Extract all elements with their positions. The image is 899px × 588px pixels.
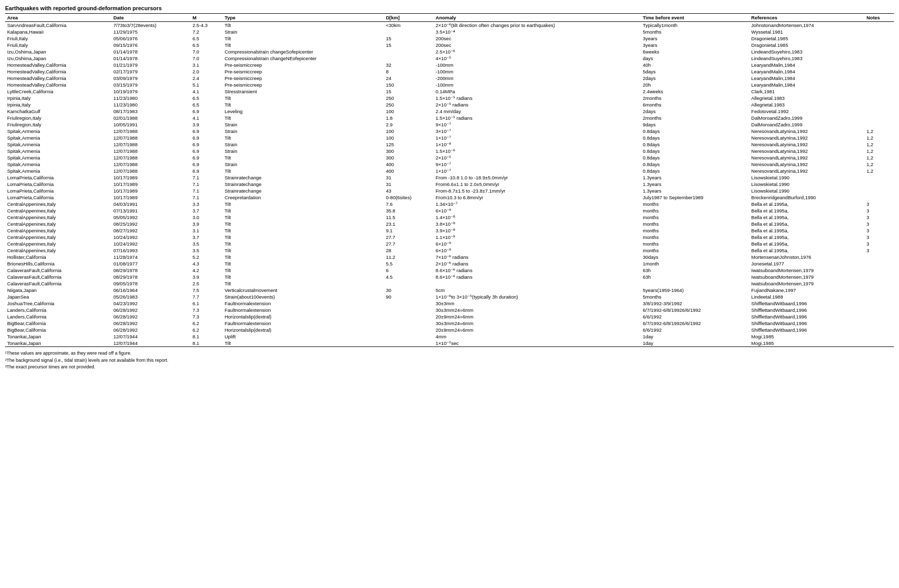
- table-cell: [384, 327, 434, 333]
- table-cell: 6.2: [191, 327, 223, 333]
- table-cell: 6.9: [191, 154, 223, 161]
- table-cell: Verticalcrustalmovement: [223, 287, 384, 293]
- table-cell: Creepretardation: [223, 194, 384, 201]
- table-cell: [864, 307, 894, 313]
- table-cell: 12/07/1988: [111, 168, 190, 174]
- table-cell: [864, 174, 894, 181]
- table-cell: [864, 333, 894, 340]
- table-cell: 5.5: [384, 260, 434, 267]
- table-cell: Bella et al.1995a,: [749, 221, 864, 227]
- table-cell: 200sec: [434, 42, 641, 48]
- table-cell: 1.5×10⁻⁵ radians: [434, 95, 641, 101]
- table-cell: 2months: [641, 115, 749, 121]
- table-cell: 4×10⁻⁵: [434, 55, 641, 62]
- table-cell: NeresovandLatynina,1992: [749, 128, 864, 135]
- table-cell: LomaPrieta,California: [5, 181, 111, 188]
- table-cell: Kalapana,Hawaii: [5, 29, 111, 35]
- table-cell: Bella et al.1995a,: [749, 214, 864, 221]
- table-cell: 3: [864, 201, 894, 207]
- table-cell: months: [641, 221, 749, 227]
- table-row: Spitak,Armenia12/07/19886.9Strain1251×10…: [5, 141, 894, 148]
- table-cell: 2×10⁻⁵: [434, 154, 641, 161]
- table-cell: ShifflettandWitbaard,1996: [749, 327, 864, 333]
- table-cell: 6.9: [191, 128, 223, 135]
- table-cell: [384, 307, 434, 313]
- table-cell: NeresovandLatynina,1992: [749, 168, 864, 174]
- table-cell: Friuli,Italy: [5, 35, 111, 42]
- table-cell: 7/73to3/7(28events): [111, 22, 190, 29]
- table-cell: Strain: [223, 121, 384, 128]
- table-cell: Friuli,Italy: [5, 42, 111, 48]
- table-cell: 1,2: [864, 161, 894, 168]
- table-cell: Tilt: [223, 247, 384, 254]
- table-cell: 6: [384, 267, 434, 274]
- table-cell: Tilt: [223, 234, 384, 240]
- table-row: LomaPrieta,California10/17/19897.1Strain…: [5, 174, 894, 181]
- table-row: Hollister,California11/28/19745.2Tilt11.…: [5, 254, 894, 260]
- table-cell: Tilt: [223, 115, 384, 121]
- table-cell: 3.3: [191, 201, 223, 207]
- table-cell: 12/07/1944: [111, 340, 190, 347]
- table-cell: NeresovandLatynina,1992: [749, 141, 864, 148]
- table-cell: Tilt: [223, 254, 384, 260]
- table-cell: Bella et al.1995a,: [749, 227, 864, 234]
- table-cell: CentralAppenines,Italy: [5, 207, 111, 214]
- table-row: HomesteadValley,California03/15/19795.1P…: [5, 82, 894, 88]
- table-cell: CentralAppenines,Italy: [5, 221, 111, 227]
- table-cell: LomaPrieta,California: [5, 188, 111, 194]
- table-cell: 10/17/1989: [111, 174, 190, 181]
- table-cell: 7.1: [191, 194, 223, 201]
- table-cell: 6/6/1992: [641, 327, 749, 333]
- table-cell: [864, 274, 894, 280]
- table-cell: 5months: [641, 29, 749, 35]
- table-cell: 300: [384, 154, 434, 161]
- table-cell: 6×10⁻⁹: [434, 207, 641, 214]
- table-row: CentralAppenines,Italy04/03/19913.3Tilt7…: [5, 201, 894, 207]
- table-cell: Friuliregion,Italy: [5, 115, 111, 121]
- table-cell: 2days: [641, 75, 749, 82]
- table-cell: Faultnormalextension: [223, 307, 384, 313]
- table-cell: Izu,Oshima,Japan: [5, 55, 111, 62]
- table-cell: Bella et al.1995a,: [749, 247, 864, 254]
- table-cell: 6.2: [191, 320, 223, 327]
- table-cell: [864, 35, 894, 42]
- table-cell: [864, 75, 894, 82]
- table-cell: From10.3 to 6.8mm/yr: [434, 194, 641, 201]
- table-cell: 12/07/1944: [111, 333, 190, 340]
- table-cell: [864, 101, 894, 108]
- table-cell: [864, 300, 894, 307]
- table-cell: 06/28/1992: [111, 327, 190, 333]
- table-cell: Strain: [223, 161, 384, 168]
- table-cell: Dragonietal.1985: [749, 42, 864, 48]
- table-cell: LearyandMalin,1984: [749, 62, 864, 68]
- table-cell: 11/28/1974: [111, 254, 190, 260]
- table-cell: Friuliregion,Italy: [5, 121, 111, 128]
- table-cell: 1.8: [384, 115, 434, 121]
- column-header: M: [191, 14, 223, 22]
- table-cell: 08/29/1978: [111, 267, 190, 274]
- table-cell: 2.5: [191, 280, 223, 287]
- table-cell: Tilt: [223, 207, 384, 214]
- table-row: Tonankai,Japan12/07/19448.1Tilt1×10⁻⁵sec…: [5, 340, 894, 347]
- table-cell: 30days: [641, 254, 749, 260]
- table-cell: 10/17/1989: [111, 194, 190, 201]
- table-row: HomesteadValley,California03/09/19792.4P…: [5, 75, 894, 82]
- table-cell: 2.0: [191, 68, 223, 75]
- table-cell: 0.8days: [641, 154, 749, 161]
- table-cell: [864, 108, 894, 115]
- table-cell: 4.1: [191, 115, 223, 121]
- table-cell: 2.4weeks: [641, 88, 749, 95]
- table-cell: 20±9mm24=6mm: [434, 313, 641, 320]
- table-cell: [864, 42, 894, 48]
- table-row: CalaverasFault,California09/05/19782.5Ti…: [5, 280, 894, 287]
- table-cell: 3: [864, 227, 894, 234]
- table-cell: 40h: [641, 62, 749, 68]
- table-cell: CentralAppenines,Italy: [5, 227, 111, 234]
- table-cell: 0.8days: [641, 128, 749, 135]
- table-cell: 7.3: [191, 313, 223, 320]
- table-row: CalaverasFault,California08/29/19784.2Ti…: [5, 267, 894, 274]
- table-cell: Spitak,Armenia: [5, 148, 111, 154]
- table-row: Spitak,Armenia12/07/19886.9Tilt3002×10⁻⁵…: [5, 154, 894, 161]
- table-cell: 15: [384, 42, 434, 48]
- table-cell: NeresovandLatynina,1992: [749, 148, 864, 154]
